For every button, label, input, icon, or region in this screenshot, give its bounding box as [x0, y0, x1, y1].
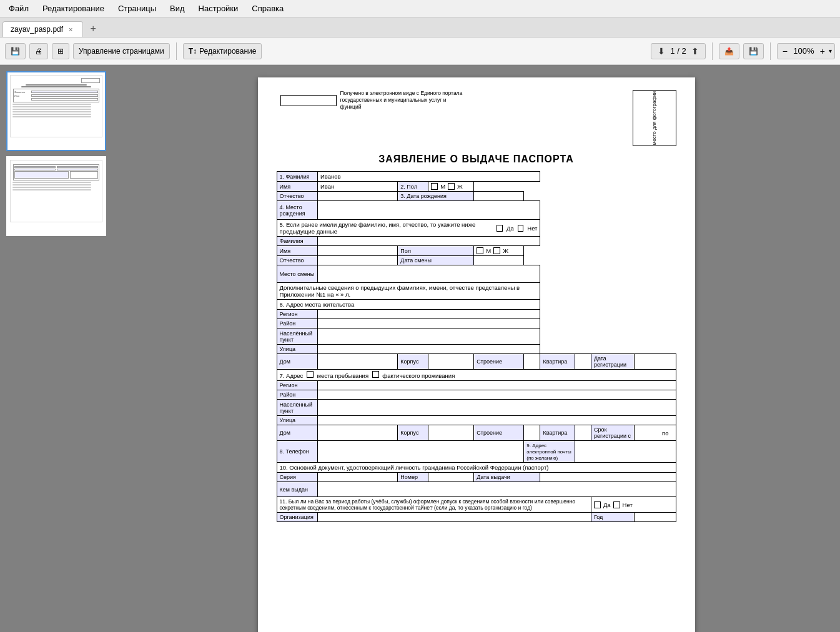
print-button[interactable]: 🖨: [29, 43, 48, 59]
page-navigation: ⬇ 1 / 2 ⬆: [651, 43, 705, 59]
da-checkbox[interactable]: [497, 225, 503, 232]
manage-pages-button[interactable]: Управление страницами: [73, 43, 170, 59]
page1-label: 1: [10, 140, 102, 147]
tab-close-button[interactable]: ×: [67, 25, 74, 34]
nasel-punkt-value-cell[interactable]: [318, 328, 540, 345]
menu-pages[interactable]: Страницы: [112, 2, 162, 15]
da2-checkbox[interactable]: [594, 501, 601, 508]
kvartira2-label: Квартира: [540, 425, 575, 441]
faktichesk-label: фактического проживания: [382, 372, 455, 379]
nomer-value-cell[interactable]: [428, 473, 474, 482]
data-reg-value-cell[interactable]: [635, 354, 676, 370]
zh-label: Ж: [457, 183, 463, 190]
page-thumb-1[interactable]: Фамилия Имя: [6, 71, 106, 151]
seriya-value-cell[interactable]: [318, 473, 398, 482]
prev-pol-checkboxes: М Ж: [474, 246, 524, 256]
srok-reg-value-cell[interactable]: по: [635, 425, 676, 441]
delo-input[interactable]: [280, 95, 337, 106]
kem-vydan-value-cell[interactable]: [318, 482, 676, 497]
da2-label: Да: [603, 501, 611, 508]
rayon-value-cell[interactable]: [318, 319, 540, 328]
menu-settings[interactable]: Настройки: [192, 2, 245, 15]
zoom-dropdown-arrow[interactable]: ▾: [829, 47, 832, 54]
korpus2-value-cell[interactable]: [428, 425, 474, 441]
ulitsa2-label: Улица: [277, 416, 318, 425]
menu-file[interactable]: Файл: [2, 2, 35, 15]
pdf-area[interactable]: Получено в электронном виде с Единого по…: [112, 65, 840, 632]
page-current: 1 / 2: [670, 46, 686, 56]
familiya-value-cell[interactable]: Иванов: [318, 172, 540, 182]
save2-button[interactable]: 💾: [743, 43, 764, 59]
region2-label: Регион: [277, 381, 318, 390]
tab-pdf[interactable]: zayav_pasp.pdf ×: [2, 21, 83, 37]
edit-mode-button[interactable]: T↕ Редактирование: [183, 43, 262, 59]
prev-otchestvo-value-cell[interactable]: [318, 256, 398, 265]
rayon2-label: Район: [277, 390, 318, 400]
dom2-label: Дом: [277, 425, 318, 441]
dop-sved-row: Дополнительные сведения о предыдущих фам…: [277, 283, 540, 300]
ulitsa2-value-cell[interactable]: [318, 416, 676, 425]
stroenie-value-cell[interactable]: [524, 354, 540, 370]
menu-edit[interactable]: Редактирование: [36, 2, 111, 15]
telefon-value-cell[interactable]: [318, 441, 524, 463]
kvartira-label: Квартира: [540, 354, 575, 370]
kvartira2-value-cell[interactable]: [575, 425, 591, 441]
prev-familiya-value-cell[interactable]: [318, 237, 540, 246]
tab-bar: zayav_pasp.pdf × +: [0, 17, 840, 37]
data-smeny-value-cell[interactable]: [474, 256, 524, 265]
save-button[interactable]: 💾: [5, 43, 26, 59]
print-icon: 🖨: [35, 47, 42, 56]
net-checkbox[interactable]: [518, 225, 524, 232]
page-thumb-2[interactable]: 2: [6, 156, 106, 236]
seriya-label: Серия: [277, 473, 318, 482]
nasel2-label: Населённый пункт: [277, 400, 318, 416]
mesto-smeny-value-cell[interactable]: [318, 265, 540, 283]
export-button[interactable]: 📤: [719, 43, 739, 59]
zoom-out-button[interactable]: −: [780, 45, 790, 57]
data-rozhdeniya-value-cell[interactable]: [474, 192, 524, 201]
data-vydachi-label: Дата выдачи: [474, 473, 540, 482]
data-vydachi-value-cell[interactable]: [540, 473, 676, 482]
region-value-cell[interactable]: [318, 310, 540, 319]
god-label: Год: [591, 513, 634, 522]
kvartira-value-cell[interactable]: [575, 354, 591, 370]
korpus-value-cell[interactable]: [428, 354, 474, 370]
grid-button[interactable]: ⊞: [52, 43, 69, 59]
prev-zh-checkbox[interactable]: [493, 247, 500, 254]
dom-value-cell[interactable]: [318, 354, 398, 370]
stroenie-label: Строение: [474, 354, 524, 370]
imya-value-cell[interactable]: Иван: [318, 182, 398, 192]
prev-imya-value-cell[interactable]: [318, 246, 398, 256]
organizatsiya-value-cell[interactable]: [318, 513, 591, 522]
po-label: по: [662, 430, 668, 437]
prev-m-checkbox[interactable]: [477, 247, 483, 254]
region-label: Регион: [277, 310, 318, 319]
mesto-smeny-label: Место смены: [277, 265, 318, 283]
faktichesk-checkbox[interactable]: [372, 371, 379, 378]
address7-label: 7. Адрес: [280, 372, 304, 379]
tab-add-button[interactable]: +: [86, 21, 101, 37]
email-value-cell[interactable]: [575, 441, 676, 463]
otchestvo-value-cell[interactable]: [318, 192, 398, 201]
net2-checkbox[interactable]: [613, 501, 620, 508]
nav-down-button[interactable]: ⬇: [655, 45, 668, 57]
nav-up-button[interactable]: ⬆: [689, 45, 701, 57]
god-value-cell[interactable]: [635, 513, 676, 522]
menu-help[interactable]: Справка: [245, 2, 290, 15]
collapse-sidebar-button[interactable]: «: [111, 336, 112, 361]
m-checkbox[interactable]: [431, 183, 438, 190]
menu-view[interactable]: Вид: [164, 2, 191, 15]
zoom-in-button[interactable]: +: [818, 45, 828, 57]
dom2-value-cell[interactable]: [318, 425, 398, 441]
rayon2-value-cell[interactable]: [318, 390, 676, 400]
prev-otchestvo-label: Отчество: [277, 256, 318, 265]
zh-checkbox[interactable]: [448, 183, 455, 190]
stroenie2-value-cell[interactable]: [524, 425, 540, 441]
ulitsa-value-cell[interactable]: [318, 345, 540, 354]
familiya-label: 1. Фамилия: [277, 172, 318, 182]
nasel2-value-cell[interactable]: [318, 400, 676, 416]
region2-value-cell[interactable]: [318, 381, 676, 390]
pdf-page: Получено в электронном виде с Единого по…: [258, 77, 695, 632]
mesta-prebyvaniya-checkbox[interactable]: [307, 371, 314, 378]
mesto-rozhdeniya-value-cell[interactable]: [318, 201, 540, 220]
